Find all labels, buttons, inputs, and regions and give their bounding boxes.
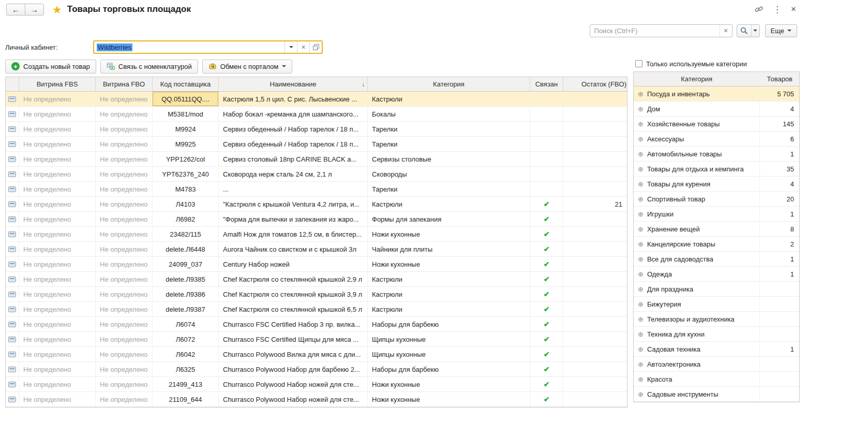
column-header-category-name[interactable]: Категория — [634, 72, 760, 86]
expand-plus-icon[interactable]: ⊕ — [638, 391, 643, 398]
cell-supplier-code: Л6042 — [153, 347, 219, 361]
expand-plus-icon[interactable]: ⊕ — [638, 271, 643, 278]
search-button[interactable] — [737, 25, 751, 37]
table-row[interactable]: Не определеноНе определеноM4783...Тарелк… — [6, 182, 627, 197]
category-row[interactable]: ⊕Автомобильные товары1 — [634, 147, 799, 162]
more-options-kebab-icon[interactable]: ⋮ — [773, 4, 782, 15]
category-row[interactable]: ⊕Автоэлектроника — [634, 357, 799, 372]
category-row[interactable]: ⊕Спортивный товар20 — [634, 192, 799, 207]
search-input[interactable] — [590, 27, 720, 35]
table-row[interactable]: Не определеноНе определено21109_644Churr… — [6, 392, 627, 407]
close-icon[interactable]: × — [791, 4, 796, 14]
table-row[interactable]: Не определеноНе определеноdelete.Л6448Au… — [6, 242, 627, 257]
forward-button[interactable]: → — [25, 4, 44, 16]
category-row[interactable]: ⊕Садовые инструменты — [634, 387, 799, 402]
cabinet-combobox[interactable]: Wildberries × — [93, 40, 323, 54]
products-table: Витрина FBS Витрина FBO Код поставщика Н… — [5, 77, 627, 408]
expand-plus-icon[interactable]: ⊕ — [638, 166, 643, 172]
expand-plus-icon[interactable]: ⊕ — [638, 256, 643, 263]
search-options-dropdown[interactable] — [751, 25, 759, 37]
category-row[interactable]: ⊕Аксессуары6 — [634, 132, 799, 147]
category-count-cell — [760, 372, 799, 386]
table-row[interactable]: Не определеноНе определено21499_413Churr… — [6, 377, 627, 392]
category-row[interactable]: ⊕Дом4 — [634, 101, 799, 117]
expand-plus-icon[interactable]: ⊕ — [638, 91, 643, 97]
link-icon[interactable] — [754, 5, 764, 14]
combo-clear-button[interactable]: × — [297, 41, 309, 53]
category-row[interactable]: ⊕Одежда1 — [634, 267, 799, 282]
category-row[interactable]: ⊕Канцелярские товары2 — [634, 237, 799, 252]
expand-plus-icon[interactable]: ⊕ — [638, 346, 643, 353]
column-header-stock-fbo[interactable]: Остаток (FBO) — [563, 77, 626, 91]
category-row[interactable]: ⊕Красота — [634, 372, 799, 387]
table-row[interactable]: Не определеноНе определеноЛ6325Churrasco… — [6, 362, 627, 377]
cell-supplier-code: QQ.05111QQ.... — [153, 92, 219, 106]
column-header-vitrina-fbo[interactable]: Витрина FBO — [96, 77, 153, 91]
category-row[interactable]: ⊕Техника для кухни — [634, 327, 799, 342]
category-row[interactable]: ⊕Все для садоводства1 — [634, 252, 799, 267]
category-row[interactable]: ⊕Игрушки1 — [634, 207, 799, 222]
category-row[interactable]: ⊕Товары для отдыха и кемпинга35 — [634, 162, 799, 177]
expand-plus-icon[interactable]: ⊕ — [638, 361, 643, 368]
column-header-supplier-code[interactable]: Код поставщика — [153, 77, 219, 91]
table-row[interactable]: Не определеноНе определеноЛ6074Churrasco… — [6, 317, 627, 332]
category-name: Одежда — [647, 270, 672, 278]
combo-dropdown-button[interactable] — [285, 41, 297, 53]
expand-plus-icon[interactable]: ⊕ — [638, 106, 643, 112]
expand-plus-icon[interactable]: ⊕ — [638, 181, 643, 187]
back-button[interactable]: ← — [6, 4, 25, 16]
table-row[interactable]: Не определеноНе определеноdelete.Л9386Ch… — [6, 287, 627, 302]
expand-plus-icon[interactable]: ⊕ — [638, 151, 643, 157]
table-row[interactable]: Не определеноНе определеноЛ4103"Кастрюля… — [6, 197, 627, 212]
combo-open-button[interactable] — [309, 41, 322, 53]
table-row[interactable]: Не определеноНе определеноYPT62376_240Ск… — [6, 167, 627, 182]
category-row[interactable]: ⊕Для праздника — [634, 282, 799, 297]
category-row[interactable]: ⊕Хранение вещей8 — [634, 222, 799, 237]
expand-plus-icon[interactable]: ⊕ — [638, 316, 643, 323]
category-row[interactable]: ⊕Товары для курения4 — [634, 177, 799, 192]
favorite-star-icon[interactable]: ★ — [52, 4, 62, 15]
expand-plus-icon[interactable]: ⊕ — [638, 376, 643, 383]
expand-plus-icon[interactable]: ⊕ — [638, 211, 643, 217]
category-row[interactable]: ⊕Посуда и инвентарь5 705 — [634, 86, 799, 101]
expand-plus-icon[interactable]: ⊕ — [638, 136, 643, 142]
category-row[interactable]: ⊕Садовая техника1 — [634, 342, 799, 357]
table-row[interactable]: Не определеноНе определеноЛ6982"Форма дл… — [6, 212, 627, 227]
portal-exchange-button[interactable]: Обмен с порталом — [202, 60, 293, 74]
category-row[interactable]: ⊕Бижутерия — [634, 297, 799, 312]
cell-supplier-code: Л6982 — [153, 212, 219, 226]
category-row[interactable]: ⊕Телевизоры и аудиотехника — [634, 312, 799, 327]
table-row[interactable]: Не определеноНе определеноdelete.Л9385Ch… — [6, 272, 627, 287]
table-row[interactable]: Не определеноНе определеноЛ6042Churrasco… — [6, 347, 627, 362]
more-button[interactable]: Еще — [765, 24, 797, 37]
table-row[interactable]: Не определеноНе определеноM9924Сервиз об… — [6, 122, 627, 137]
table-row[interactable]: Не определеноНе определеноM9925Сервиз об… — [6, 137, 627, 152]
expand-plus-icon[interactable]: ⊕ — [638, 121, 643, 127]
category-name: Бижутерия — [647, 300, 681, 308]
table-row[interactable]: Не определеноНе определено23482/115Amalf… — [6, 227, 627, 242]
link-nomenclature-button[interactable]: Связь с номенклатурой — [100, 60, 198, 74]
search-clear-icon[interactable]: × — [720, 25, 732, 37]
column-header-category-count[interactable]: Товаров — [760, 72, 800, 86]
table-row[interactable]: Не определеноНе определеноЛ6072Churrasco… — [6, 332, 627, 347]
category-row[interactable]: ⊕Хозяйственные товары145 — [634, 117, 799, 132]
expand-plus-icon[interactable]: ⊕ — [638, 301, 643, 308]
expand-plus-icon[interactable]: ⊕ — [638, 286, 643, 293]
column-header-name[interactable]: Наименование ↓ — [219, 77, 368, 91]
column-header-linked[interactable]: Связан — [530, 77, 563, 91]
only-used-categories-checkbox[interactable]: Только используемые категории — [635, 60, 747, 68]
column-header-vitrina-fbs[interactable]: Витрина FBS — [19, 77, 96, 91]
expand-plus-icon[interactable]: ⊕ — [638, 241, 643, 248]
table-row[interactable]: Не определеноНе определено24099_037Centu… — [6, 257, 627, 272]
category-name-cell: ⊕Спортивный товар — [634, 192, 760, 206]
cell-linked: ✔ — [530, 302, 563, 316]
table-row[interactable]: Не определеноНе определеноYPP1262/colСер… — [6, 152, 627, 167]
expand-plus-icon[interactable]: ⊕ — [638, 226, 643, 232]
column-header-category[interactable]: Категория — [368, 77, 530, 91]
create-product-button[interactable]: + Создать новый товар — [5, 60, 96, 74]
table-row[interactable]: Не определеноНе определеноdelete.Л9387Ch… — [6, 302, 627, 317]
expand-plus-icon[interactable]: ⊕ — [638, 196, 643, 202]
table-row[interactable]: Не определеноНе определеноM5381/modНабор… — [6, 107, 627, 122]
expand-plus-icon[interactable]: ⊕ — [638, 331, 643, 338]
table-row[interactable]: Не определеноНе определеноQQ.05111QQ....… — [6, 92, 627, 107]
